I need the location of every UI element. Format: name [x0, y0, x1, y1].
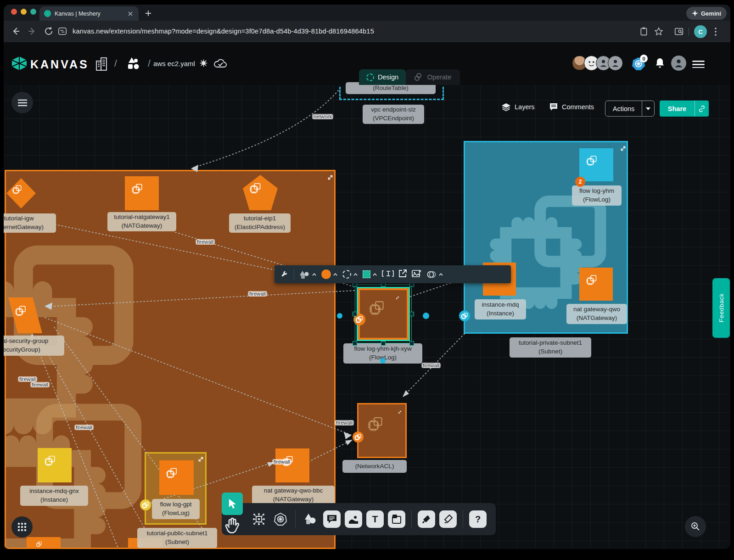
tutorial-private-subnet1-label: tutorial-private-subnet1(Subnet) — [510, 337, 591, 358]
resize-handle-icon[interactable] — [398, 408, 404, 414]
zoom-button[interactable] — [685, 516, 706, 537]
apps-grid-button[interactable] — [11, 516, 33, 538]
chip-icon — [369, 299, 398, 329]
border-style-picker[interactable] — [342, 270, 358, 279]
edge-label-firewall-5: firewall — [74, 425, 94, 430]
share-button[interactable]: Share — [660, 101, 709, 117]
routetable-selection-edge — [339, 99, 444, 100]
flow-log-gpt-badge[interactable] — [140, 499, 151, 510]
edge-label-firewall-7: firewall — [421, 363, 441, 368]
layers-button[interactable]: Layers — [501, 103, 535, 111]
chip-icon — [33, 541, 54, 552]
network-acl-node[interactable] — [357, 403, 407, 458]
nat-gateway-qwo-bbc-node[interactable] — [275, 448, 309, 482]
chevron-up-icon[interactable] — [353, 273, 358, 276]
shapes-picker[interactable] — [299, 270, 317, 279]
actions-button[interactable]: Actions — [605, 101, 655, 117]
group-style-picker[interactable] — [363, 270, 377, 278]
color-swatch — [321, 269, 331, 279]
pan-tool[interactable] — [224, 517, 240, 534]
resize-handle-icon[interactable] — [396, 293, 402, 299]
routetable-selection-edge — [443, 87, 444, 100]
add-image-icon[interactable] — [412, 269, 422, 280]
nat-gateway-qwo-node[interactable] — [579, 268, 613, 301]
kubernetes-tool[interactable] — [272, 510, 289, 528]
selection-handle[interactable] — [353, 312, 357, 316]
chevron-up-icon[interactable] — [333, 273, 338, 276]
note-tool[interactable] — [388, 510, 405, 528]
selection-handle[interactable] — [409, 312, 414, 316]
connection-dot[interactable] — [380, 358, 386, 364]
chip-icon — [15, 304, 36, 326]
open-in-new-icon[interactable] — [398, 269, 407, 280]
chevron-up-icon[interactable] — [312, 273, 317, 276]
nat-gateway-qwo-bbc-label: nat gateway-qwo-bbc(NATGateway) — [252, 486, 335, 505]
chip-icon — [44, 454, 65, 476]
rename-icon[interactable] — [382, 269, 394, 280]
flow-log-yhm-count-badge[interactable]: 2 — [575, 177, 585, 187]
actions-dropdown-icon[interactable] — [642, 107, 654, 111]
region-swatch-icon — [363, 270, 370, 278]
selection-handle[interactable] — [353, 341, 357, 346]
network-acl-label: (NetworkACL) — [342, 460, 407, 473]
chip-icon — [461, 312, 469, 320]
canvas-menu-button[interactable] — [11, 92, 33, 113]
chevron-up-icon[interactable] — [438, 273, 443, 276]
tutorial-eip1-label: tutorial-eip1(ElasticIPAddress) — [229, 213, 291, 233]
edge-label-firewall-4: firewall — [30, 382, 50, 387]
tutorial-igw-label: tutorial-igw(InternetGateway) — [0, 213, 56, 233]
tab-operate[interactable]: Operate — [406, 69, 460, 85]
dock-toolbar[interactable]: T ? — [222, 503, 496, 535]
select-tool[interactable] — [222, 493, 243, 515]
shapes-icon — [299, 270, 310, 279]
comment-tool[interactable] — [323, 510, 341, 528]
freehand-tool[interactable] — [439, 510, 457, 528]
comments-button[interactable]: Comments — [549, 103, 594, 111]
annotation-picker[interactable] — [426, 270, 443, 279]
flow-log-yhm-node[interactable] — [579, 148, 613, 181]
grid-icon — [18, 523, 26, 531]
partial-node-a-node[interactable] — [27, 537, 61, 555]
chip-icon — [249, 182, 271, 204]
network-acl-badge[interactable] — [353, 431, 364, 442]
flow-log-yhm-kjh-xyw-node[interactable] — [358, 288, 409, 340]
context-toolbar[interactable] — [275, 265, 511, 283]
connection-dot[interactable] — [423, 313, 429, 319]
chip-icon — [586, 274, 606, 295]
tutorial-natgateway1-node[interactable] — [125, 176, 159, 210]
design-mode-icon — [366, 73, 374, 81]
tutorial-natgateway1-label: tutorial-natgateway1(NATGateway) — [107, 212, 176, 231]
chip-icon — [354, 433, 362, 441]
chip-icon — [355, 315, 364, 324]
help-tool[interactable]: ? — [469, 510, 487, 528]
selection-handle[interactable] — [409, 341, 414, 346]
menu-icon — [17, 99, 28, 106]
image-tool[interactable] — [345, 510, 362, 528]
color-picker[interactable] — [321, 269, 338, 279]
instance-mdq-gnx-node[interactable] — [38, 448, 72, 482]
chip-icon — [142, 501, 150, 509]
edge-label-firewall-3: firewall — [18, 376, 37, 382]
subnet-port-badge[interactable] — [459, 310, 470, 321]
chevron-up-icon[interactable] — [372, 273, 377, 276]
copy-link-icon[interactable] — [695, 105, 709, 112]
dashed-circle-icon — [342, 270, 351, 279]
shapes-tool[interactable] — [302, 510, 319, 528]
tab-design[interactable]: Design — [359, 69, 406, 85]
meshmap-components-tool[interactable] — [250, 510, 268, 528]
tutorial-security-group-label: tutorial-security-group(SecurityGroup) — [0, 336, 64, 356]
flow-log-gpt-label: flow log-gpt(FlowLog) — [152, 499, 200, 519]
edge-label-network-1: network — [312, 114, 333, 119]
feedback-tab[interactable]: Feedback — [712, 278, 730, 338]
tutorial-public-subnet1-label: tutorial-public-subnet1(Subnet) — [137, 528, 217, 548]
connection-dot[interactable] — [337, 313, 342, 319]
comments-icon — [549, 103, 558, 111]
tools-icon[interactable] — [280, 269, 289, 280]
selection-handle[interactable] — [381, 341, 386, 346]
line-tool[interactable] — [418, 510, 435, 528]
zoom-in-icon — [691, 522, 700, 531]
vpc-endpoint-slz-label: vpc endpoint-slz(VPCEndpoint) — [363, 105, 424, 124]
flow-log-gpt-node[interactable] — [159, 460, 194, 495]
text-tool[interactable]: T — [366, 510, 384, 528]
nat-gateway-qwo-label: nat gateway-qwo(NATGateway) — [566, 304, 627, 324]
